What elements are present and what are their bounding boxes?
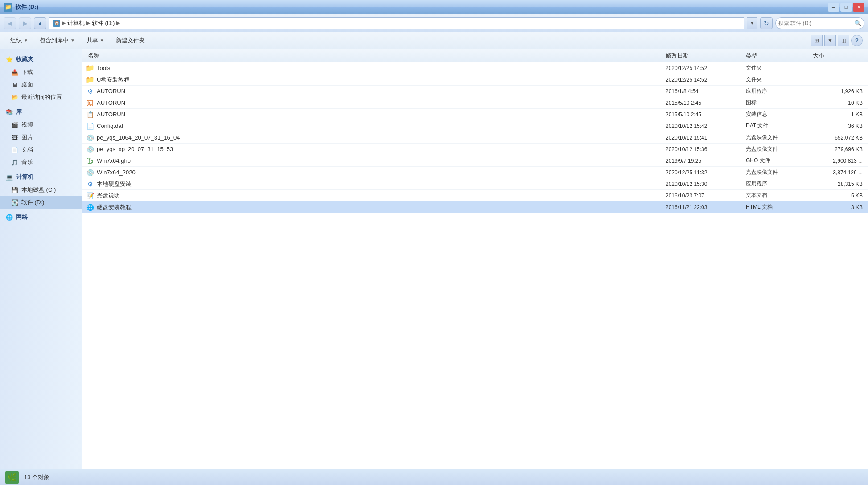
table-row[interactable]: 💿 pe_yqs_1064_20_07_31_16_04 2020/10/12 … [82,132,868,144]
pictures-icon: 🖼 [11,133,19,141]
recent-label: 最近访问的位置 [21,93,62,101]
file-type: 文件夹 [744,76,811,83]
sidebar-section-favorites: ⭐ 收藏夹 📥 下载 🖥 桌面 📂 最近访问的位置 [0,53,82,103]
network-icon: 🌐 [5,213,13,221]
file-name-cell: 🌐 硬盘安装教程 [86,203,664,211]
preview-button[interactable]: ◫ [838,35,849,46]
file-name-cell: 💿 pe_yqs_1064_20_07_31_16_04 [86,134,664,142]
file-icon: ⚙ [86,87,94,95]
file-name-text: Config.dat [97,123,123,129]
sidebar-item-drive-c[interactable]: 💾 本地磁盘 (C:) [0,184,82,196]
new-folder-button[interactable]: 新建文件夹 [111,34,150,47]
favorites-label: 收藏夹 [16,55,33,63]
file-size: 5 KB [811,193,864,199]
sidebar-header-network[interactable]: 🌐 网络 [0,210,82,224]
path-drive[interactable]: 软件 (D:) [92,19,115,27]
statusbar-icon: 🌿 [5,471,19,484]
table-row[interactable]: 💿 pe_yqs_xp_20_07_31_15_53 2020/10/12 15… [82,144,868,155]
view-toggle-button[interactable]: ⊞ [811,35,823,46]
file-size: 652,072 KB [811,135,864,141]
desktop-label: 桌面 [21,81,33,89]
table-row[interactable]: ⚙ AUTORUN 2016/1/8 4:54 应用程序 1,926 KB [82,86,868,97]
titlebar: 📁 软件 (D:) ─ □ ✕ [0,0,868,14]
table-row[interactable]: 📝 光盘说明 2016/10/23 7:07 文本文档 5 KB [82,190,868,201]
table-row[interactable]: 🌐 硬盘安装教程 2016/11/21 22:03 HTML 文档 3 KB [82,201,868,213]
table-row[interactable]: 📁 U盘安装教程 2020/12/25 14:52 文件夹 [82,74,868,86]
downloads-icon: 📥 [11,68,19,76]
sidebar-header-favorites[interactable]: ⭐ 收藏夹 [0,53,82,66]
forward-button[interactable]: ▶ [19,17,31,29]
col-name[interactable]: 名称 [86,52,664,60]
documents-label: 文档 [21,146,33,154]
table-row[interactable]: 🖼 AUTORUN 2015/5/10 2:45 图标 10 KB [82,97,868,109]
titlebar-left: 📁 软件 (D:) [4,3,38,12]
file-name-text: 光盘说明 [97,192,120,200]
address-path[interactable]: 🏠 ▶ 计算机 ▶ 软件 (D:) ▶ [49,17,744,29]
file-date: 2016/1/8 4:54 [664,88,744,95]
back-button[interactable]: ◀ [4,17,16,29]
sidebar-item-documents[interactable]: 📄 文档 [0,144,82,156]
sidebar-item-drive-d[interactable]: 💽 软件 (D:) [0,196,82,209]
file-icon: 📁 [86,64,94,72]
library-label: 库 [16,108,22,116]
table-row[interactable]: 📁 Tools 2020/12/25 14:52 文件夹 [82,62,868,74]
path-sep-3: ▶ [116,20,120,26]
file-icon: 🖼 [86,99,94,107]
search-icon[interactable]: 🔍 [854,20,861,26]
sidebar-item-desktop[interactable]: 🖥 桌面 [0,78,82,91]
share-button[interactable]: 共享 ▼ [82,34,109,47]
file-name-cell: 📁 Tools [86,64,664,72]
search-box: 🔍 [775,17,864,29]
sidebar-header-library[interactable]: 📚 库 [0,105,82,119]
table-row[interactable]: 💿 Win7x64_2020 2020/12/25 11:32 光盘映像文件 3… [82,167,868,178]
table-row[interactable]: 🗜 Win7x64.gho 2019/9/7 19:25 GHO 文件 2,90… [82,155,868,167]
help-button[interactable]: ? [851,35,863,46]
video-label: 视频 [21,121,33,129]
file-size: 36 KB [811,123,864,129]
refresh-button[interactable]: ↻ [760,17,773,29]
file-type: 文本文档 [744,192,811,199]
sidebar-section-network: 🌐 网络 [0,210,82,224]
sidebar-header-computer[interactable]: 💻 计算机 [0,170,82,184]
close-button[interactable]: ✕ [853,3,864,12]
file-size: 279,696 KB [811,146,864,152]
file-size: 1,926 KB [811,88,864,95]
window-icon: 📁 [4,3,12,12]
file-name-text: Tools [97,65,110,71]
col-size[interactable]: 大小 [811,52,864,60]
sidebar-item-recent[interactable]: 📂 最近访问的位置 [0,91,82,103]
file-date: 2020/12/25 14:52 [664,77,744,83]
sidebar-item-video[interactable]: 🎬 视频 [0,119,82,131]
search-input[interactable] [778,20,852,26]
downloads-label: 下载 [21,68,33,76]
file-date: 2020/12/25 14:52 [664,65,744,71]
minimize-button[interactable]: ─ [828,3,839,12]
sidebar-item-downloads[interactable]: 📥 下载 [0,66,82,78]
file-type: GHO 文件 [744,157,811,164]
view-dropdown-button[interactable]: ▼ [824,35,836,46]
table-row[interactable]: ⚙ 本地硬盘安装 2020/10/12 15:30 应用程序 28,315 KB [82,178,868,190]
table-row[interactable]: 📄 Config.dat 2020/10/12 15:42 DAT 文件 36 … [82,120,868,132]
address-dropdown[interactable]: ▼ [747,17,757,29]
file-rows-container: 📁 Tools 2020/12/25 14:52 文件夹 📁 U盘安装教程 20… [82,62,868,213]
file-date: 2015/5/10 2:45 [664,100,744,106]
organize-button[interactable]: 组织 ▼ [5,34,33,47]
up-button[interactable]: ▲ [34,17,46,29]
file-size: 3 KB [811,204,864,210]
drive-d-label: 软件 (D:) [21,198,44,206]
sidebar-item-pictures[interactable]: 🖼 图片 [0,131,82,144]
table-row[interactable]: 📋 AUTORUN 2015/5/10 2:45 安装信息 1 KB [82,109,868,120]
titlebar-title: 软件 (D:) [15,3,38,11]
col-type[interactable]: 类型 [744,52,811,60]
file-size: 3,874,126 ... [811,169,864,176]
include-library-button[interactable]: 包含到库中 ▼ [35,34,80,47]
file-name-text: pe_yqs_1064_20_07_31_16_04 [97,134,180,141]
path-computer[interactable]: 计算机 [67,19,85,27]
share-label: 共享 [86,37,98,45]
maximize-button[interactable]: □ [840,3,852,12]
col-date[interactable]: 修改日期 [664,52,744,60]
file-name-text: AUTORUN [97,111,125,118]
filelist-header: 名称 修改日期 类型 大小 [82,49,868,62]
sidebar-item-music[interactable]: 🎵 音乐 [0,156,82,169]
drive-c-label: 本地磁盘 (C:) [21,186,56,194]
